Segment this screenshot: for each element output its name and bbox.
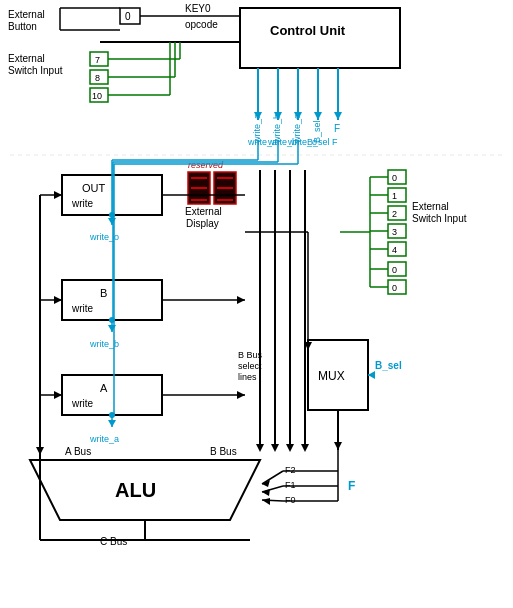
ext-switch-right-label1: External xyxy=(412,201,449,212)
switch-10: 10 xyxy=(92,91,102,101)
button-value: 0 xyxy=(125,11,131,22)
svg-marker-70 xyxy=(262,498,270,505)
svg-marker-100 xyxy=(237,391,245,399)
ext-display-label2: Display xyxy=(186,218,219,229)
svg-marker-90 xyxy=(54,391,62,399)
f-big-label: F xyxy=(348,479,355,493)
f1-label: F1 xyxy=(285,480,296,490)
svg-marker-69 xyxy=(262,489,270,496)
switch-r-5: 0 xyxy=(392,265,397,275)
svg-marker-57 xyxy=(108,325,116,332)
b-bus-select2: select xyxy=(238,361,262,371)
svg-marker-98 xyxy=(237,296,245,304)
key0-label: KEY0 xyxy=(185,3,211,14)
external-button-label2: Button xyxy=(8,21,37,32)
opcode-label: opcode xyxy=(185,19,218,30)
svg-line-65 xyxy=(262,471,283,484)
f-signal: F xyxy=(334,123,340,134)
out-label: OUT xyxy=(82,182,106,194)
b-write-label: write xyxy=(71,303,94,314)
svg-marker-91 xyxy=(54,296,62,304)
svg-marker-24 xyxy=(314,112,322,120)
a-write-label: write xyxy=(71,398,94,409)
svg-marker-63 xyxy=(368,371,375,379)
svg-marker-30 xyxy=(108,218,116,225)
ext-switch-label-top2: Switch Input xyxy=(8,65,63,76)
switch-7: 7 xyxy=(95,55,100,65)
b-bus-select1: B Bus xyxy=(238,350,263,360)
svg-marker-26 xyxy=(334,112,342,120)
switch-r-1: 1 xyxy=(392,191,397,201)
switch-r-6: 0 xyxy=(392,283,397,293)
svg-marker-82 xyxy=(271,444,279,452)
switch-r-2: 2 xyxy=(392,209,397,219)
f-label-h: F xyxy=(332,137,338,147)
svg-marker-83 xyxy=(286,444,294,452)
svg-marker-81 xyxy=(256,444,264,452)
out-write-label: write xyxy=(71,198,94,209)
alu-label: ALU xyxy=(115,479,156,501)
f2-label: F2 xyxy=(285,465,296,475)
a-reg-label: A xyxy=(100,382,108,394)
ext-display-label1: External xyxy=(185,206,222,217)
svg-rect-55 xyxy=(62,280,162,320)
b-sel-label-h: B_sel xyxy=(307,137,330,147)
c-bus-label: C Bus xyxy=(100,536,127,547)
switch-8: 8 xyxy=(95,73,100,83)
b-bus-select3: lines xyxy=(238,372,257,382)
svg-marker-60 xyxy=(108,420,116,427)
b-bus-label: B Bus xyxy=(210,446,237,457)
a-bus-label: A Bus xyxy=(65,446,91,457)
svg-marker-93 xyxy=(36,447,44,455)
f0-label: F0 xyxy=(285,495,296,505)
svg-marker-92 xyxy=(54,191,62,199)
ext-switch-label-top1: External xyxy=(8,53,45,64)
control-unit-label: Control Unit xyxy=(270,23,346,38)
b-reg-label: B xyxy=(100,287,107,299)
write-a-label2: write_a xyxy=(89,434,119,444)
switch-r-0: 0 xyxy=(392,173,397,183)
svg-rect-0 xyxy=(240,8,400,68)
svg-marker-84 xyxy=(301,444,309,452)
svg-marker-102 xyxy=(334,442,342,450)
b-sel-label2: B_sel xyxy=(375,360,402,371)
external-button-label: External xyxy=(8,9,45,20)
ext-switch-right-label2: Switch Input xyxy=(412,213,467,224)
mux-label: MUX xyxy=(318,369,345,383)
switch-r-3: 3 xyxy=(392,227,397,237)
svg-rect-58 xyxy=(62,375,162,415)
switch-r-4: 4 xyxy=(392,245,397,255)
cpu-datapath-diagram: Control Unit External Button KEY0 0 opco… xyxy=(0,0,513,608)
